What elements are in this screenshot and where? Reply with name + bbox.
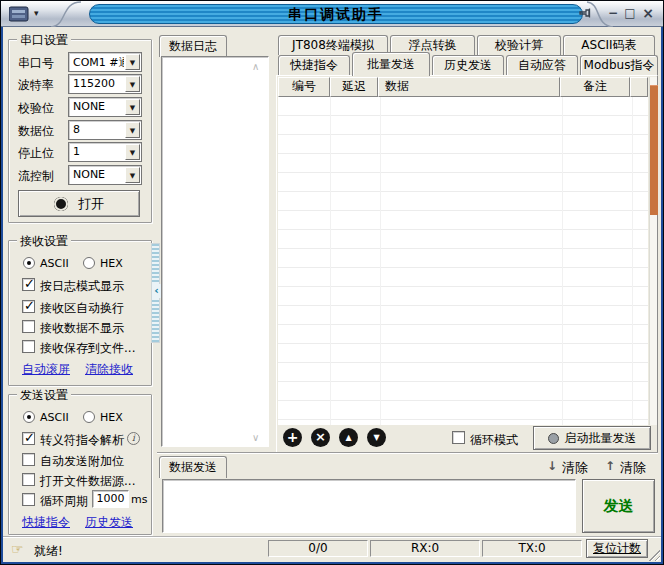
rx-ascii-label[interactable]: ASCII	[40, 257, 69, 270]
chevron-down-icon[interactable]: ▼	[125, 54, 140, 70]
hide-rx-checkbox[interactable]	[22, 320, 35, 333]
data-log-area[interactable]	[161, 56, 269, 447]
chevron-down-icon[interactable]: ▼	[125, 99, 140, 115]
rx-hex-radio[interactable]	[83, 257, 95, 269]
parity-combo[interactable]: NONE ▼	[68, 97, 142, 117]
log-mode-label[interactable]: 按日志模式显示	[40, 278, 124, 295]
file-source-checkbox[interactable]	[22, 473, 35, 486]
clear-send-button[interactable]: 清除	[620, 459, 646, 477]
info-icon[interactable]: i	[127, 432, 140, 445]
stop-bits-label: 停止位	[18, 145, 54, 162]
batch-table-scrollbar[interactable]	[649, 77, 657, 425]
send-button[interactable]: 发送	[582, 479, 655, 533]
move-down-button[interactable]: ▼	[367, 428, 386, 447]
remove-row-button[interactable]: ×	[311, 428, 330, 447]
loop-mode-checkbox[interactable]	[452, 431, 465, 444]
data-bits-value: 8	[73, 123, 124, 136]
stop-bits-combo[interactable]: 1 ▼	[68, 142, 142, 162]
parity-label: 校验位	[18, 100, 54, 117]
reset-counters-button[interactable]: 复位计数	[586, 539, 648, 558]
file-source-label[interactable]: 打开文件数据源...	[40, 473, 135, 490]
rx-ascii-radio[interactable]	[23, 257, 35, 269]
minimize-button[interactable]: −	[605, 6, 621, 22]
tx-hex-label[interactable]: HEX	[100, 411, 123, 424]
log-mode-checkbox[interactable]	[22, 278, 35, 291]
chevron-down-icon[interactable]: ▼	[125, 76, 140, 92]
tx-ascii-radio[interactable]	[23, 411, 35, 423]
start-batch-send-button[interactable]: 启动批量发送	[533, 426, 651, 450]
cycle-label[interactable]: 循环周期	[40, 493, 88, 510]
tab-checksum[interactable]: 校验计算	[477, 35, 561, 55]
escape-parse-label[interactable]: 转义符指令解析	[40, 432, 124, 449]
tab-data-log[interactable]: 数据日志	[159, 35, 227, 57]
flow-control-combo[interactable]: NONE ▼	[68, 165, 142, 185]
baud-rate-combo[interactable]: 115200 ▼	[68, 74, 142, 94]
rx-counter: RX:0	[370, 540, 480, 557]
open-port-button[interactable]: 打开	[18, 190, 140, 217]
auto-append-label[interactable]: 自动发送附加位	[40, 453, 124, 470]
auto-append-checkbox[interactable]	[22, 453, 35, 466]
chevron-down-icon[interactable]: ▼	[125, 167, 140, 183]
tx-hex-radio[interactable]	[83, 411, 95, 423]
hide-rx-label[interactable]: 接收数据不显示	[40, 320, 124, 337]
scroll-up-icon[interactable]: ∧	[252, 62, 259, 72]
scroll-down-icon[interactable]: ∨	[252, 433, 259, 443]
cycle-checkbox[interactable]	[22, 493, 35, 506]
status-ready-text: 就绪!	[34, 543, 63, 560]
serial-port-value: COM1 #通信	[73, 55, 124, 70]
loop-mode-label[interactable]: 循环模式	[470, 432, 518, 449]
baud-rate-label: 波特率	[18, 77, 54, 94]
move-up-button[interactable]: ▲	[339, 428, 358, 447]
auto-scroll-link[interactable]: 自动滚屏	[22, 361, 70, 378]
clear-receive-link[interactable]: 清除接收	[85, 361, 133, 378]
send-input[interactable]	[162, 479, 576, 533]
maximize-button[interactable]: □	[622, 6, 638, 22]
panel-splitter[interactable]: ‹	[151, 243, 160, 343]
tab-auto-reply[interactable]: 自动应答	[506, 55, 578, 75]
auto-wrap-label[interactable]: 接收区自动换行	[40, 300, 124, 317]
auto-wrap-checkbox[interactable]	[22, 300, 35, 313]
send-settings-title: 发送设置	[17, 387, 71, 404]
tab-data-send[interactable]: 数据发送	[159, 456, 227, 478]
add-row-button[interactable]: +	[283, 428, 302, 447]
grid-line	[632, 97, 633, 425]
divider	[157, 452, 658, 454]
column-header-data[interactable]: 数据	[378, 77, 560, 97]
rx-hex-label[interactable]: HEX	[100, 257, 123, 270]
serial-port-combo[interactable]: COM1 #通信 ▼	[68, 52, 142, 72]
tab-batch-send[interactable]: 批量发送	[352, 52, 430, 76]
flow-control-value: NONE	[73, 168, 124, 181]
cycle-period-input[interactable]: 1000	[92, 490, 129, 508]
save-to-file-label[interactable]: 接收保存到文件...	[40, 340, 135, 357]
column-header-number[interactable]: 编号	[278, 77, 330, 97]
tab-quick-commands[interactable]: 快捷指令	[278, 55, 350, 75]
tab-history-send[interactable]: 历史发送	[432, 55, 504, 75]
tx-ascii-label[interactable]: ASCII	[40, 411, 69, 424]
escape-parse-checkbox[interactable]	[22, 432, 35, 445]
app-icon[interactable]	[9, 6, 29, 22]
column-header-remark[interactable]: 备注	[560, 77, 630, 97]
scrollbar-thumb[interactable]	[650, 85, 658, 215]
receive-settings-title: 接收设置	[17, 233, 71, 250]
history-send-link[interactable]: 历史发送	[85, 514, 133, 531]
pin-icon[interactable]	[577, 6, 593, 22]
tab-ascii-table[interactable]: ASCII码表	[563, 35, 655, 55]
data-bits-combo[interactable]: 8 ▼	[68, 120, 142, 140]
batch-table-body[interactable]	[278, 97, 648, 425]
save-to-file-checkbox[interactable]	[22, 340, 35, 353]
grid-line	[330, 97, 331, 425]
titlebar[interactable]: ▾ 串口调试助手 − □ ×	[1, 1, 663, 27]
close-button[interactable]: ×	[640, 6, 656, 22]
tab-modbus[interactable]: Modbus指令	[580, 55, 658, 75]
chevron-down-icon[interactable]: ▼	[125, 122, 140, 138]
column-header-delay[interactable]: 延迟	[330, 77, 378, 97]
collapse-left-icon[interactable]: ‹	[152, 284, 161, 298]
quick-commands-link[interactable]: 快捷指令	[22, 514, 70, 531]
app-menu-arrow-icon[interactable]: ▾	[34, 8, 39, 18]
chevron-down-icon[interactable]: ▼	[125, 144, 140, 160]
clear-rx-arrow-icon: ↓	[547, 459, 557, 473]
column-header-stub	[630, 77, 648, 97]
window-title: 串口调试助手	[89, 4, 583, 24]
clear-receive-button[interactable]: 清除	[562, 459, 588, 477]
clear-tx-arrow-icon: ↑	[605, 459, 615, 473]
